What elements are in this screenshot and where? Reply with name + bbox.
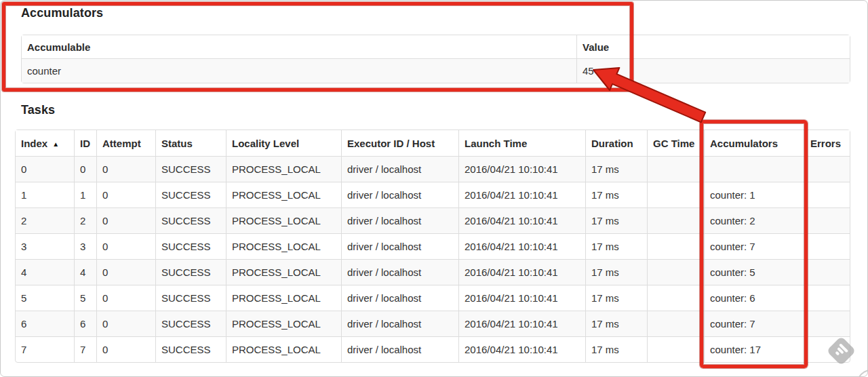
gc-time-column-header[interactable]: GC Time [647,130,704,156]
cell-accumulators: counter: 2 [704,207,804,233]
task-row: 0 0 0 SUCCESS PROCESS_LOCAL driver / loc… [16,156,850,182]
cell-accumulators: counter: 17 [704,336,804,362]
cell-accumulators: counter: 7 [704,311,804,336]
cell-index: 5 [16,285,74,311]
accumulators-header-row: Accumulable Value [22,35,850,58]
cell-executor-id-host: driver / localhost [341,233,458,259]
cell-launch-time: 2016/04/21 10:10:41 [458,259,585,285]
accumulator-row: counter 45 [22,58,850,83]
cell-attempt: 0 [96,285,155,311]
cell-locality-level: PROCESS_LOCAL [226,182,341,207]
value-column-header[interactable]: Value [576,35,850,58]
cell-launch-time: 2016/04/21 10:10:41 [458,336,585,362]
cell-attempt: 0 [96,207,155,233]
cell-status: SUCCESS [155,259,226,285]
cell-status: SUCCESS [155,233,226,259]
spark-stage-page: Accumulators Accumulable Value counter 4… [0,0,868,377]
tasks-table: Index▲ ID Attempt Status Locality Level … [15,130,850,363]
cell-attempt: 0 [96,233,155,259]
cell-index: 7 [16,336,74,362]
accumulators-section-title: Accumulators [21,6,103,20]
task-row: 4 4 0 SUCCESS PROCESS_LOCAL driver / loc… [16,259,850,285]
cell-accumulators: counter: 6 [704,285,804,311]
cell-accumulators: counter: 5 [704,259,804,285]
cell-index: 1 [16,182,74,207]
cell-executor-id-host: driver / localhost [341,285,458,311]
cell-executor-id-host: driver / localhost [341,336,458,362]
cell-gc-time [647,259,704,285]
accumulators-column-header[interactable]: Accumulators [704,130,804,156]
cell-executor-id-host: driver / localhost [341,259,458,285]
cell-id: 6 [74,311,96,336]
cell-launch-time: 2016/04/21 10:10:41 [458,285,585,311]
cell-status: SUCCESS [155,285,226,311]
task-row: 5 5 0 SUCCESS PROCESS_LOCAL driver / loc… [16,285,850,311]
task-row: 1 1 0 SUCCESS PROCESS_LOCAL driver / loc… [16,182,850,207]
cell-index: 3 [16,233,74,259]
cell-errors [804,156,850,182]
cell-id: 1 [74,182,96,207]
cell-id: 3 [74,233,96,259]
status-column-header[interactable]: Status [155,130,226,156]
cell-locality-level: PROCESS_LOCAL [226,233,341,259]
cell-executor-id-host: driver / localhost [341,207,458,233]
cell-duration: 17 ms [585,207,647,233]
task-row: 7 7 0 SUCCESS PROCESS_LOCAL driver / loc… [16,336,850,362]
id-column-header[interactable]: ID [74,130,96,156]
cell-index: 0 [16,156,74,182]
cell-duration: 17 ms [585,336,647,362]
cell-status: SUCCESS [155,182,226,207]
cell-gc-time [647,182,704,207]
task-row: 2 2 0 SUCCESS PROCESS_LOCAL driver / loc… [16,207,850,233]
accumulators-table: Accumulable Value counter 45 [21,35,850,83]
cell-locality-level: PROCESS_LOCAL [226,259,341,285]
cell-gc-time [647,336,704,362]
cell-gc-time [647,311,704,336]
cell-attempt: 0 [96,156,155,182]
locality-level-column-header[interactable]: Locality Level [226,130,341,156]
index-column-header[interactable]: Index▲ [16,130,74,156]
cell-errors [804,207,850,233]
cell-locality-level: PROCESS_LOCAL [226,336,341,362]
cell-attempt: 0 [96,259,155,285]
cell-status: SUCCESS [155,311,226,336]
cell-attempt: 0 [96,182,155,207]
cell-executor-id-host: driver / localhost [341,156,458,182]
cell-status: SUCCESS [155,336,226,362]
tasks-header-row: Index▲ ID Attempt Status Locality Level … [16,130,850,156]
cell-accumulators: counter: 1 [704,182,804,207]
sort-ascending-icon[interactable]: ▲ [52,140,59,148]
cell-locality-level: PROCESS_LOCAL [226,311,341,336]
cell-duration: 17 ms [585,233,647,259]
cell-index: 2 [16,207,74,233]
corner-arc-decoration [857,370,868,377]
cell-errors [804,233,850,259]
cell-launch-time: 2016/04/21 10:10:41 [458,233,585,259]
cell-gc-time [647,285,704,311]
accumulable-column-header[interactable]: Accumulable [22,35,576,58]
cell-launch-time: 2016/04/21 10:10:41 [458,207,585,233]
cell-duration: 17 ms [585,156,647,182]
cell-index: 6 [16,311,74,336]
duration-column-header[interactable]: Duration [585,130,647,156]
attempt-column-header[interactable]: Attempt [96,130,155,156]
cell-id: 4 [74,259,96,285]
cell-attempt: 0 [96,311,155,336]
cell-id: 0 [74,156,96,182]
cell-launch-time: 2016/04/21 10:10:41 [458,156,585,182]
cell-id: 7 [74,336,96,362]
cell-launch-time: 2016/04/21 10:10:41 [458,311,585,336]
executor-id-host-column-header[interactable]: Executor ID / Host [341,130,458,156]
errors-column-header[interactable]: Errors [804,130,850,156]
cell-locality-level: PROCESS_LOCAL [226,156,341,182]
launch-time-column-header[interactable]: Launch Time [458,130,585,156]
cell-duration: 17 ms [585,259,647,285]
cell-status: SUCCESS [155,156,226,182]
cell-errors [804,259,850,285]
cell-gc-time [647,156,704,182]
cell-launch-time: 2016/04/21 10:10:41 [458,182,585,207]
cell-accumulators: counter: 7 [704,233,804,259]
task-row: 6 6 0 SUCCESS PROCESS_LOCAL driver / loc… [16,311,850,336]
cell-id: 2 [74,207,96,233]
cell-id: 5 [74,285,96,311]
